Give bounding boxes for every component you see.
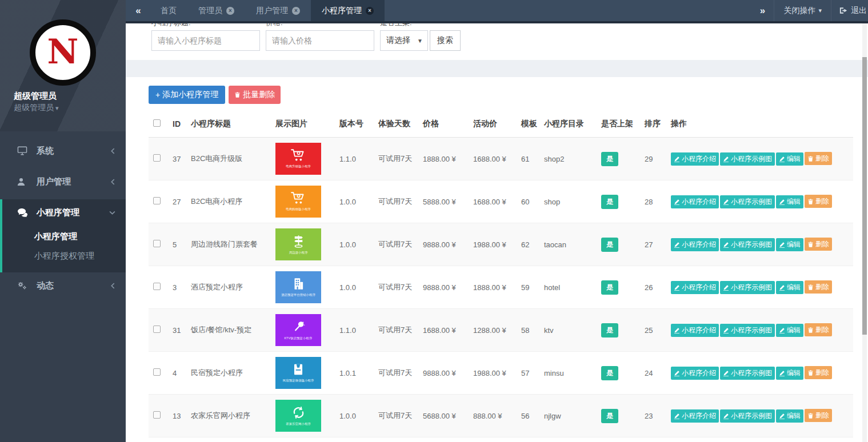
delete-button[interactable]: 删除 [805,366,832,379]
edit-button[interactable]: 编辑 [776,324,803,337]
close-operations-dropdown[interactable]: 关闭操作▾ [774,0,831,21]
user-role-dropdown[interactable]: 超级管理员▾ [14,102,126,114]
edit-button[interactable]: 编辑 [776,152,803,166]
cell-trial-days: 可试用7天 [374,352,418,395]
col-header-directory: 小程序目录 [539,112,597,138]
row-checkbox[interactable] [153,154,161,162]
delete-button[interactable]: 删除 [805,323,832,336]
tab-home[interactable]: 首页 [150,0,187,21]
submenu-item-miniprogram-auth[interactable]: 小程序授权管理 [2,246,126,266]
sidebar-group-miniprogram: 小程序管理 小程序管理 小程序授权管理 [0,199,126,272]
signpost-icon [291,234,306,249]
sidebar-item-user-management[interactable]: 用户管理 [0,168,126,195]
submenu-item-miniprogram-management[interactable]: 小程序管理 [2,227,126,246]
example-image-button[interactable]: 小程序示例图 [720,409,775,423]
sidebar-item-dynamic[interactable]: 动态 [0,272,126,299]
tab-close-icon[interactable]: × [226,7,234,15]
logout-button[interactable]: 退出 [831,0,868,21]
tabs-scroll-right-button[interactable]: » [750,0,774,21]
title-filter-input[interactable] [151,30,260,51]
tab-close-icon[interactable]: × [292,7,300,15]
cell-id: 27 [168,180,186,223]
delete-button[interactable]: 删除 [805,280,832,294]
cell-directory: njlgw [539,395,597,437]
sidebar-item-system[interactable]: 系统 [0,138,126,164]
edit-button[interactable]: 编辑 [776,367,803,380]
delete-button[interactable]: 删除 [805,238,832,251]
example-image-button[interactable]: 小程序示例图 [720,238,775,251]
intro-button[interactable]: 小程序介绍 [671,409,719,423]
intro-button[interactable]: 小程序介绍 [671,367,719,380]
col-header-actions: 操作 [666,112,853,138]
intro-button[interactable]: 小程序介绍 [671,195,719,208]
tab-user-management[interactable]: 用户管理× [245,0,311,21]
edit-button[interactable]: 编辑 [776,238,803,251]
col-header-trial: 体验天数 [374,112,418,138]
row-checkbox[interactable] [153,326,161,333]
cell-directory: minsu [539,352,597,395]
example-image-button[interactable]: 小程序示例图 [720,281,775,294]
intro-button[interactable]: 小程序介绍 [671,324,719,337]
cell-template: 61 [517,138,539,180]
tab-miniprogram-management[interactable]: 小程序管理× [311,0,385,21]
tab-close-icon[interactable]: × [366,7,374,15]
cell-title: 周边游线路门票套餐 [186,223,271,266]
app-image-caption: KTV饭店预定小程序 [285,336,313,340]
edit-button[interactable]: 编辑 [776,281,803,294]
tab-admin[interactable]: 管理员× [187,0,245,21]
shelf-filter-select[interactable]: 请选择▼ [380,30,428,51]
on-shelf-badge: 是 [601,323,618,337]
cell-price: 9888.00 ¥ [418,266,469,309]
add-miniprogram-button[interactable]: +添加小程序管理 [149,86,225,104]
plus-icon: + [155,90,160,99]
cell-sort: 29 [640,138,666,180]
table-header-row: ID 小程序标题 展示图片 版本号 体验天数 价格 活动价 模板 小程序目录 是… [149,112,853,138]
row-checkbox[interactable] [153,240,161,247]
cell-id: 4 [168,352,186,395]
trash-icon [234,91,241,98]
example-image-button[interactable]: 小程序示例图 [720,324,775,337]
col-header-image: 展示图片 [271,112,335,138]
row-checkbox[interactable] [153,411,161,419]
cell-trial-days: 可试用7天 [374,138,418,180]
tabs-scroll-left-button[interactable]: « [126,0,150,21]
cell-activity-price: 1688.00 ¥ [469,180,517,223]
pencil-icon [674,327,680,333]
app-image-caption: 电商购物版小程序 [286,207,311,211]
search-button[interactable]: 搜索 [430,30,461,51]
intro-button[interactable]: 小程序介绍 [671,238,719,251]
delete-button[interactable]: 删除 [805,409,832,422]
col-header-sort: 排序 [640,112,666,138]
delete-button[interactable]: 删除 [805,195,832,208]
row-checkbox[interactable] [153,368,161,376]
select-all-checkbox[interactable] [153,119,161,127]
cell-actions: 小程序介绍小程序示例图编辑删除 [666,266,853,309]
pencil-icon [723,242,729,248]
example-image-button[interactable]: 小程序示例图 [720,152,775,166]
cell-id: 37 [168,138,186,180]
cell-trial-days [374,437,418,442]
on-shelf-badge: 是 [601,409,618,423]
trash-icon [807,327,814,333]
on-shelf-badge: 是 [601,280,618,295]
example-image-button[interactable]: 小程序示例图 [720,367,775,380]
vertical-scrollbar-track[interactable] [862,23,867,442]
batch-delete-button[interactable]: 批量删除 [229,86,281,104]
intro-button[interactable]: 小程序介绍 [671,152,719,166]
table-row: 5 周边游线路门票套餐 周边游小程序 1.0.0 可试用7天 9888.00 ¥… [149,223,853,266]
edit-button[interactable]: 编辑 [776,195,803,208]
sidebar-item-miniprogram-management[interactable]: 小程序管理 [2,199,126,226]
app-image: 电商购物版小程序 [275,186,321,218]
vertical-scrollbar-thumb[interactable] [862,57,867,335]
cell-template [517,437,539,442]
edit-button[interactable]: 编辑 [776,409,803,423]
trash-icon [807,241,814,248]
intro-button[interactable]: 小程序介绍 [671,281,719,294]
delete-button[interactable]: 删除 [805,152,832,165]
price-filter-input[interactable] [266,30,374,51]
cell-price: 9888.00 ¥ [418,223,469,266]
row-checkbox[interactable] [153,283,161,290]
row-checkbox[interactable] [153,197,161,204]
cell-activity-price: 888.00 ¥ [469,395,517,437]
example-image-button[interactable]: 小程序示例图 [720,195,775,208]
